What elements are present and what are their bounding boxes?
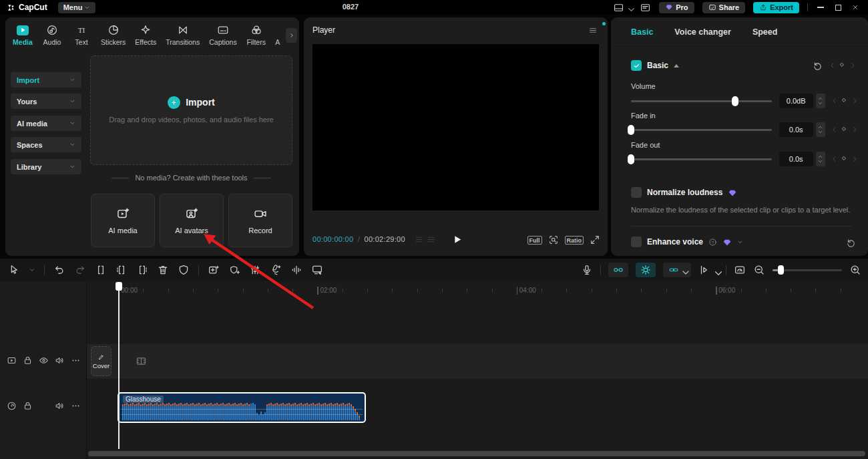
split-button[interactable] — [95, 264, 107, 276]
play-button[interactable] — [451, 234, 463, 245]
split-right-button[interactable] — [136, 264, 148, 276]
undo-button[interactable] — [53, 264, 65, 276]
video-track-icon[interactable] — [7, 355, 17, 365]
stepper-up-icon[interactable] — [817, 96, 823, 101]
tab-media[interactable]: Media — [8, 21, 37, 49]
adjust-button[interactable] — [249, 264, 261, 276]
keyframe-prev-icon[interactable] — [829, 62, 836, 69]
ai-avatars-button[interactable]: AI avatars — [160, 194, 224, 247]
keyframe-next-icon[interactable] — [851, 98, 858, 104]
reset-icon[interactable] — [813, 61, 823, 71]
layout-wide-button[interactable] — [613, 3, 632, 13]
basic-checkbox[interactable] — [631, 60, 642, 71]
tool-chevron-button[interactable] — [29, 267, 35, 273]
volume-slider[interactable] — [631, 96, 772, 106]
nav-import[interactable]: Import — [11, 72, 81, 88]
keyframe-prev-icon[interactable] — [831, 126, 838, 133]
fade-in-stepper[interactable] — [816, 122, 825, 137]
delete-button[interactable] — [157, 264, 169, 276]
stepper-down-icon[interactable] — [817, 101, 823, 106]
timeline-zoom-slider[interactable] — [773, 265, 842, 275]
fullscreen-icon[interactable] — [590, 235, 600, 245]
tab-filters[interactable]: Filters — [242, 21, 271, 49]
smart-cutout-button[interactable] — [228, 264, 240, 276]
minimize-button[interactable] — [816, 3, 825, 12]
keyframe-controls[interactable] — [829, 61, 856, 69]
ratio-button[interactable]: Ratio — [565, 236, 584, 245]
audio-track-icon[interactable] — [7, 401, 17, 411]
render-preview-button[interactable] — [734, 264, 746, 276]
keyframe-icon[interactable] — [839, 61, 847, 69]
player-menu-icon[interactable] — [588, 26, 598, 35]
tab-captions[interactable]: Captions — [204, 21, 241, 49]
export-button[interactable]: Export — [753, 2, 799, 13]
auto-captions-button[interactable] — [311, 264, 323, 276]
playhead[interactable] — [118, 283, 120, 449]
volume-value[interactable]: 0.0dB — [779, 94, 813, 108]
tab-voice-changer[interactable]: Voice changer — [674, 27, 731, 37]
fade-out-value[interactable]: 0.0s — [779, 152, 813, 166]
help-icon[interactable]: ? — [708, 238, 717, 247]
tab-effects[interactable]: Effects — [130, 21, 161, 49]
menu-button[interactable]: Menu — [58, 2, 96, 13]
keyframe-next-icon[interactable] — [849, 62, 856, 69]
enhance-voice-checkbox[interactable] — [631, 237, 642, 247]
collapse-icon[interactable] — [674, 64, 679, 67]
keyframe-icon[interactable] — [841, 97, 849, 105]
select-tool-button[interactable] — [8, 264, 20, 276]
main-track-magnet-button[interactable] — [608, 263, 628, 277]
nav-spaces[interactable]: Spaces — [11, 137, 81, 152]
playhead-handle[interactable] — [116, 282, 122, 291]
auto-snap-button[interactable] — [636, 263, 656, 277]
ai-media-button[interactable]: AI media — [91, 194, 155, 247]
mask-button[interactable] — [178, 264, 190, 276]
stepper-up-icon[interactable] — [817, 125, 823, 130]
tab-stickers[interactable]: Stickers — [96, 21, 130, 49]
volume-icon[interactable] — [55, 401, 65, 411]
tab-adjust-partial[interactable]: A — [271, 21, 284, 49]
keyframe-icon[interactable] — [841, 155, 849, 163]
clip-linking-button[interactable] — [663, 263, 691, 277]
volume-icon[interactable] — [55, 355, 65, 365]
keyframe-prev-icon[interactable] — [831, 98, 838, 104]
tab-transitions[interactable]: Transitions — [161, 21, 204, 49]
lock-icon[interactable] — [23, 401, 33, 411]
voice-denoise-button[interactable] — [270, 264, 282, 276]
fade-in-slider[interactable] — [631, 125, 772, 134]
nav-library[interactable]: Library — [11, 159, 81, 174]
tab-audio[interactable]: Audio — [37, 21, 67, 49]
keyframe-icon[interactable] — [841, 126, 849, 134]
pro-button[interactable]: Pro — [659, 2, 694, 13]
reset-icon[interactable] — [846, 238, 856, 248]
split-left-button[interactable] — [116, 264, 128, 276]
video-track[interactable] — [87, 344, 868, 379]
preview-list-icon[interactable] — [415, 235, 423, 244]
video-preview[interactable] — [312, 44, 599, 210]
preview-list-icon[interactable] — [427, 235, 435, 244]
layout-compact-button[interactable] — [640, 3, 651, 13]
zoom-out-button[interactable] — [753, 264, 765, 276]
volume-stepper[interactable] — [816, 94, 825, 108]
redo-button[interactable] — [74, 264, 86, 276]
fade-out-slider[interactable] — [631, 154, 772, 164]
lock-icon[interactable] — [23, 355, 33, 365]
nav-ai-media[interactable]: AI media — [11, 116, 81, 131]
preview-axis-button[interactable] — [698, 264, 718, 276]
zoom-in-button[interactable] — [849, 264, 861, 276]
extract-frames-button[interactable] — [208, 264, 220, 276]
maximize-button[interactable] — [833, 3, 843, 12]
beat-detect-button[interactable] — [290, 264, 302, 276]
full-preview-button[interactable]: Full — [527, 236, 542, 245]
horizontal-scrollbar[interactable] — [88, 451, 865, 456]
share-button[interactable]: Share — [702, 2, 746, 13]
tab-text[interactable]: TI Text — [67, 21, 96, 49]
stepper-down-icon[interactable] — [817, 130, 823, 134]
eye-icon[interactable] — [39, 355, 49, 365]
fit-zoom-icon[interactable] — [548, 235, 559, 245]
normalize-loudness-checkbox[interactable] — [631, 187, 642, 198]
stepper-up-icon[interactable] — [817, 154, 823, 159]
nav-yours[interactable]: Yours — [11, 94, 81, 109]
fade-in-value[interactable]: 0.0s — [779, 122, 813, 137]
keyframe-controls[interactable] — [831, 126, 858, 134]
record-voiceover-button[interactable] — [581, 264, 593, 276]
